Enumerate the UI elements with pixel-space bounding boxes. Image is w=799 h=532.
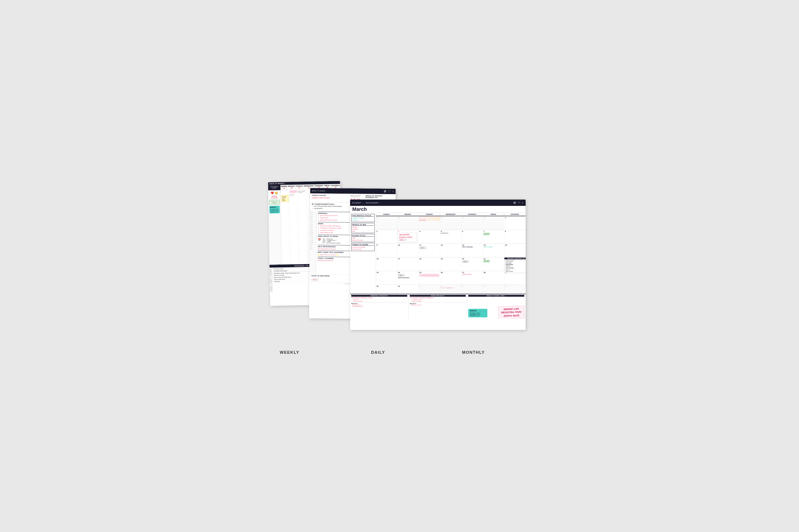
planner-showcase: BACK TO MONTH → THIS WEEK'S FOCUS SUNDAY… xyxy=(265,177,534,346)
focus-icon-heart: ❤️ xyxy=(270,191,274,194)
personal-priority: TOP PRIORITY PROJECT: CLEAN xyxy=(351,297,407,299)
share-icon[interactable]: ↑ xyxy=(392,190,394,193)
cal-week-2: 2 3 NETWORK EVENT 3/10@ 1PM 🕐 4 5 xyxy=(376,230,526,244)
monthly-things-box: THINGS TO LEARN Connect w/ people Finish… xyxy=(351,243,375,251)
personal-project-1: ✓ declutter xyxy=(351,299,407,300)
cell-mar24: 24 4.289 ⊞ Refill Medication xyxy=(397,271,419,285)
monthly-places-box: PLACES TO GO DMV- Network Events xyxy=(351,234,375,242)
priority-top-label: TOP PRIORITY xyxy=(270,269,271,276)
daily-focus-block: TODAY'S FOCUS English class & gym xyxy=(312,194,346,199)
day-mon: MONDAY 10 xyxy=(288,185,295,190)
cal-week-5: 23 24 4.289 ⊞ Refill Medication 25 xyxy=(376,271,526,285)
monthly-left-panel: THIS MONTH'S FOCUS SPRING CLEAN! Project… xyxy=(350,213,376,294)
monthly-calendar-grid: SUNDAY MONDAY TUESDAY WEDNESDAY THURSDAY… xyxy=(376,213,526,294)
focus-item-2: Projects! xyxy=(352,219,374,221)
monthly-main: THIS MONTH'S FOCUS SPRING CLEAN! Project… xyxy=(350,213,526,294)
people-item-2: Caroline xyxy=(352,228,374,230)
monthly-settings-icon[interactable]: ⚙ xyxy=(513,201,516,205)
daily-top-icons: ⚙ ♡ ↑ xyxy=(384,189,394,193)
cell-mar23: 23 xyxy=(376,271,397,285)
personal-project-2: ✓ Clean Surfaces xyxy=(351,300,407,302)
settings-icon[interactable]: ⚙ xyxy=(384,189,386,193)
cell-mar13: 13 Allie's Birthday! xyxy=(461,244,483,257)
work-project: Work Project xyxy=(484,246,503,248)
cell-mar4: 4 xyxy=(419,230,440,243)
cal-wednesday: WEDNESDAY xyxy=(440,213,461,216)
work-projects-header: WORK PROJECTS xyxy=(410,295,466,297)
march-box-title: MARCH xyxy=(470,310,486,312)
one-word-value[interactable]: busy! xyxy=(311,278,319,281)
heart-icon[interactable]: ♡ xyxy=(388,189,391,193)
personal-projects-col: PERSONAL PROJECTS TOP PRIORITY PROJECT: … xyxy=(350,294,408,319)
spring-clean: Spring Clean! xyxy=(462,273,482,275)
cell-mar26: 26 xyxy=(440,271,461,285)
cell-feb25: 25 yest day~ xyxy=(419,216,440,230)
people-panel-label: PEOPLE TO SEE xyxy=(352,224,374,226)
brunch-note: Brunch 10.00 Amy Emily xyxy=(281,195,288,202)
cell-mar17: 17 xyxy=(397,257,419,271)
pay-day-badge-2: PAY DAY xyxy=(484,260,490,262)
daily-back-btn[interactable]: BACK TO WEEK → xyxy=(312,190,327,192)
refill-med: Refill Medication xyxy=(398,277,418,279)
counter-3365: 3.365 ⊞ xyxy=(462,260,469,263)
things-panel-label: THINGS TO LEARN xyxy=(352,244,374,246)
priority-label: PRIORITY xyxy=(270,279,271,283)
project2-work: Check-in w/ leads xyxy=(410,304,466,306)
work-project-2: ✓ review changes xyxy=(410,300,466,302)
focus-icon-crown: 👑 xyxy=(274,191,278,194)
planner-labels-row: WEEKLY DAILY MONTHLY xyxy=(265,350,534,355)
visit-parents: VISIT PARENTS xyxy=(441,287,460,289)
cal-monday: MONDAY xyxy=(397,213,419,216)
cell-mar28: 28 xyxy=(483,271,504,285)
cell-feb24: 24 xyxy=(397,216,419,230)
work-projects-col: WORK PROJECTS TOP PRIORITY PROJECT: PROJ… xyxy=(408,294,467,319)
star-icon-1: ★ xyxy=(317,253,320,256)
cell-feb27: 27 xyxy=(461,216,483,230)
focus-item-1: SPRING CLEAN! xyxy=(352,217,374,219)
cal-friday: FRIDAY xyxy=(483,213,504,216)
places-item-2: Network Events xyxy=(352,239,374,241)
errands-label: ERRANDS xyxy=(270,286,272,291)
cell-mar14: 14 Work Project xyxy=(483,244,504,257)
weekly-savings: SAVINGS: 10% xyxy=(270,211,279,213)
grocery-list: GROCERY SHOPPING LIST dark chocolate gra… xyxy=(504,257,525,273)
cell-mar29: 29 xyxy=(504,271,525,285)
budget-note: ★ Stick to your Budget!! xyxy=(269,200,279,205)
monthly-title: March xyxy=(352,206,367,212)
monthly-heart-icon[interactable]: ♡ xyxy=(517,201,521,205)
weekly-label: WEEKLY xyxy=(265,350,315,355)
best-thing-value: got a 87% on my test! xyxy=(320,254,335,256)
monthly-share-icon[interactable]: ↑ xyxy=(522,201,523,205)
allie-birthday: Allie's Birthday! xyxy=(462,246,482,248)
cell-mar11: 11 2.470 ⊞ xyxy=(419,244,440,257)
focus-label: THIS WEEK'S FOCUS xyxy=(268,185,280,190)
focus-panel-label: THIS MONTH'S FOCUS xyxy=(352,215,374,217)
planning-note: Planning session! xyxy=(289,193,297,196)
pay-day-badge-1: PAY DAY xyxy=(484,232,503,235)
people-item-1: Parents xyxy=(352,226,374,228)
cal-headers: SUNDAY MONDAY TUESDAY WEDNESDAY THURSDAY… xyxy=(376,213,526,216)
monthly-planner: ROADMAP → VISION BOARD → ⚙ ♡ ↑ ★ JAN FEB… xyxy=(350,200,526,330)
work-project-1: ✓ meeting w/ team xyxy=(410,299,466,300)
week-tuesday-col: finish reading my book xyxy=(297,190,307,264)
cell-mar27: 27 Spring Clean! xyxy=(461,271,483,285)
roadmap-btn[interactable]: ROADMAP → xyxy=(352,202,363,204)
cal-week-3: 9 10 11 2.470 ⊞ 12 xyxy=(376,244,526,257)
washi-tape-week5 xyxy=(419,274,439,277)
cal-saturday: SATURDAY xyxy=(504,213,525,216)
project2-personal-2: Networking Events xyxy=(351,306,407,307)
space-label: SPACE OF INFINITE POSSIBILITY® xyxy=(364,195,394,198)
cell-feb26: 26 xyxy=(440,216,461,230)
cell-feb23: 23 xyxy=(376,216,397,230)
cell-mar22: 22 GROCERY SHOPPING LIST dark chocolate … xyxy=(504,257,525,271)
cell-mar10: 10 xyxy=(397,244,419,257)
projects-divider xyxy=(351,302,407,303)
network-event-note: NETWORK EVENT 3/10@ 1PM 🕐 xyxy=(398,232,417,243)
day-tue: TUESDAY 11 xyxy=(295,185,303,190)
march-label: MARCH xyxy=(270,206,279,208)
star-icon-2: ★ xyxy=(336,253,338,256)
vision-btn[interactable]: VISION BOARD → xyxy=(365,202,381,204)
cal-week-4: 16 17 18 19 20 3.365 ⊞ xyxy=(376,257,526,271)
people-item-3: Allie xyxy=(352,230,374,232)
finish-book-note: finish reading my book xyxy=(298,190,305,193)
